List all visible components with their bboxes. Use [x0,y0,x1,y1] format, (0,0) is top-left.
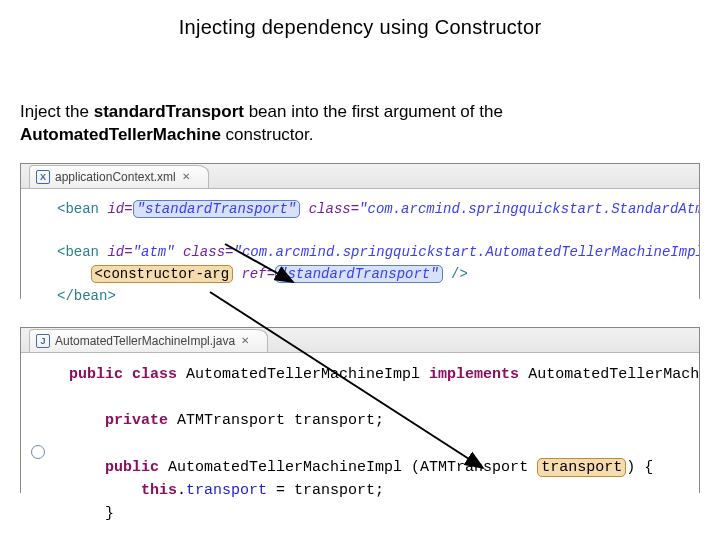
code-xml: <bean id="standardTransport" class="com.… [21,189,699,321]
bean-id-standardTransport: "standardTransport" [133,200,301,218]
tab-bar: X applicationContext.xml ✕ [21,164,699,189]
xml-file-icon: X [36,170,50,184]
close-icon[interactable]: ✕ [241,332,249,350]
tab-label: AutomatedTellerMachineImpl.java [55,332,235,350]
intro-text: Inject the standardTransport bean into t… [20,101,700,147]
assign-rhs: transport [294,482,375,499]
close-icon[interactable]: ✕ [182,168,190,186]
bean-id-atm: "atm" [133,244,175,260]
code-java: public class AutomatedTellerMachineImpl … [21,353,699,540]
tab-label: applicationContext.xml [55,168,176,186]
editor-xml: X applicationContext.xml ✕ <bean id="sta… [20,163,700,299]
interface-name: AutomatedTellerMachine [528,366,699,383]
ctor-name: AutomatedTellerMachineImpl [168,459,402,476]
tab-java[interactable]: J AutomatedTellerMachineImpl.java ✕ [29,329,268,352]
intro-bean-name: standardTransport [94,102,244,121]
bean-class: "com.arcmind.springquickstart.StandardAt… [359,201,699,217]
tab-xml[interactable]: X applicationContext.xml ✕ [29,165,209,188]
intro-seg: constructor. [221,125,314,144]
gutter-marker-icon [31,445,45,459]
intro-seg: bean into the first argument of the [244,102,503,121]
intro-seg: Inject the [20,102,94,121]
page-title: Injecting dependency using Constructor [20,16,700,39]
editor-java: J AutomatedTellerMachineImpl.java ✕ publ… [20,327,700,493]
constructor-arg-ref: "standardTransport" [275,265,443,283]
intro-class-name: AutomatedTellerMachine [20,125,221,144]
bean-class: "com.arcmind.springquickstart.AutomatedT… [233,244,699,260]
field-type: ATMTransport [177,412,285,429]
tab-bar: J AutomatedTellerMachineImpl.java ✕ [21,328,699,353]
param-type: ATMTransport [420,459,528,476]
constructor-arg-tag: <constructor-arg [91,265,233,283]
java-file-icon: J [36,334,50,348]
ctor-param-transport: transport [537,458,626,477]
class-name: AutomatedTellerMachineImpl [186,366,420,383]
assign-lhs: transport [186,482,267,499]
field-name: transport [294,412,375,429]
